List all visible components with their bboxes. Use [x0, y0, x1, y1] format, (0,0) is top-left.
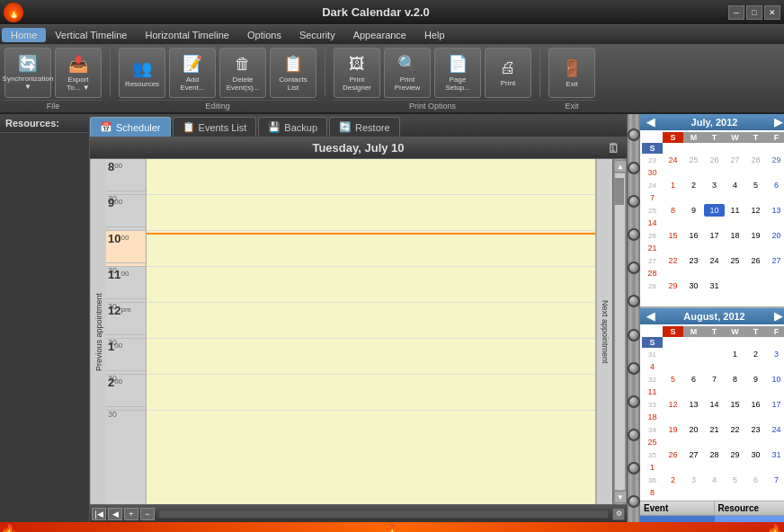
aug-next-btn[interactable]: ▶: [771, 310, 784, 323]
tab-restore[interactable]: 🔄 Restore: [329, 117, 400, 137]
day-27[interactable]: 27: [725, 154, 745, 166]
sep5[interactable]: 5: [725, 474, 745, 486]
day-24b[interactable]: 24: [704, 254, 725, 267]
aug-15[interactable]: 15: [725, 398, 745, 411]
sched-back-btn[interactable]: ◀: [108, 508, 122, 520]
day-17[interactable]: 17: [704, 229, 725, 242]
menu-item-options[interactable]: Options: [238, 28, 290, 42]
aug-4[interactable]: 4: [642, 360, 663, 373]
day-28b[interactable]: 28: [642, 267, 663, 279]
mini-cal-prev-btn[interactable]: ◀: [644, 116, 657, 129]
day-26[interactable]: 26: [704, 154, 725, 166]
print-preview-button[interactable]: 🔍 PrintPreview: [384, 48, 431, 98]
aug-17[interactable]: 17: [766, 398, 784, 411]
aug-29[interactable]: 29: [725, 448, 745, 461]
tab-scheduler[interactable]: 📅 Scheduler: [90, 117, 171, 137]
day-21[interactable]: 21: [642, 242, 663, 254]
minimize-button[interactable]: ─: [728, 5, 744, 20]
menu-item-horizontal-timeline[interactable]: Horizontal Timeline: [136, 28, 238, 42]
aug-sep1[interactable]: 1: [642, 461, 663, 474]
day-30b[interactable]: 30: [683, 279, 704, 292]
aug-30[interactable]: 30: [745, 448, 766, 461]
day-20[interactable]: 20: [766, 229, 784, 242]
day-25[interactable]: 25: [683, 154, 704, 166]
sep4[interactable]: 4: [704, 474, 725, 486]
day-31[interactable]: 31: [704, 279, 725, 292]
day-8[interactable]: 8: [663, 204, 683, 217]
menu-item-help[interactable]: Help: [415, 28, 454, 42]
aug-26[interactable]: 26: [663, 448, 683, 461]
aug-27[interactable]: 27: [683, 448, 704, 461]
scrollbar-down-btn[interactable]: ▼: [614, 491, 627, 503]
page-setup-button[interactable]: 📄 PageSetup...: [434, 48, 481, 98]
maximize-button[interactable]: □: [746, 5, 762, 20]
sep6[interactable]: 6: [745, 474, 766, 486]
day-22[interactable]: 22: [663, 254, 683, 267]
day-11[interactable]: 11: [725, 204, 745, 217]
aug-13[interactable]: 13: [683, 398, 704, 411]
aug-10[interactable]: 10: [766, 373, 784, 386]
sep2[interactable]: 2: [663, 474, 683, 486]
sep8[interactable]: 8: [642, 486, 663, 499]
sched-settings-icon[interactable]: ⚙: [612, 508, 625, 520]
day-23[interactable]: 23: [683, 254, 704, 267]
aug-5[interactable]: 5: [663, 373, 683, 386]
day-13[interactable]: 13: [766, 204, 784, 217]
aug-22[interactable]: 22: [725, 423, 745, 436]
aug-28[interactable]: 28: [704, 448, 725, 461]
schedule-grid[interactable]: [147, 159, 596, 504]
day-3[interactable]: 3: [704, 179, 725, 191]
export-button[interactable]: 📤 ExportTo... ▼: [55, 48, 102, 98]
day-1[interactable]: 1: [663, 179, 683, 191]
tab-events-list[interactable]: 📋 Events List: [173, 117, 257, 137]
day-2[interactable]: 2: [683, 179, 704, 191]
scrollbar-up-btn[interactable]: ▲: [614, 160, 627, 173]
aug-24[interactable]: 24: [766, 423, 784, 436]
vertical-scrollbar[interactable]: ▲ ▼: [612, 159, 627, 504]
day-26b[interactable]: 26: [745, 254, 766, 267]
aug-21[interactable]: 21: [704, 423, 725, 436]
day-12[interactable]: 12: [745, 204, 766, 217]
day-28[interactable]: 28: [745, 154, 766, 166]
aug-prev-btn[interactable]: ◀: [644, 310, 657, 323]
menu-item-vertical-timeline[interactable]: Vertical Timeline: [46, 28, 136, 42]
print-button[interactable]: 🖨 Print: [485, 48, 531, 98]
print-designer-button[interactable]: 🖼 PrintDesigner: [334, 48, 380, 98]
add-event-button[interactable]: 📝 AddEvent...: [169, 48, 216, 98]
mini-cal-next-btn[interactable]: ▶: [771, 116, 784, 129]
day-19[interactable]: 19: [745, 229, 766, 242]
synchronization-button[interactable]: 🔄 Synchronization▼: [4, 48, 51, 98]
aug-31[interactable]: 31: [766, 448, 784, 461]
day-16[interactable]: 16: [683, 229, 704, 242]
day-18[interactable]: 18: [725, 229, 745, 242]
day-30[interactable]: 30: [642, 166, 663, 179]
event-row-1[interactable]: [640, 516, 784, 522]
close-button[interactable]: ✕: [764, 5, 780, 20]
day-5[interactable]: 5: [745, 179, 766, 191]
day-10[interactable]: 10: [704, 204, 725, 217]
aug-18[interactable]: 18: [642, 411, 663, 423]
aug-23[interactable]: 23: [745, 423, 766, 436]
day-7[interactable]: 7: [642, 191, 663, 204]
tab-backup[interactable]: 💾 Backup: [258, 117, 327, 137]
day-29[interactable]: 29: [663, 279, 683, 292]
day-6[interactable]: 6: [766, 179, 784, 191]
scrollbar-track[interactable]: [615, 173, 625, 490]
day-25b[interactable]: 25: [725, 254, 745, 267]
exit-button[interactable]: 🚪 Exit: [548, 48, 595, 98]
day-24[interactable]: 24: [663, 154, 683, 166]
aug-9[interactable]: 9: [745, 373, 766, 386]
aug-16[interactable]: 16: [745, 398, 766, 411]
menu-item-security[interactable]: Security: [290, 28, 344, 42]
aug-2[interactable]: 2: [745, 348, 766, 360]
day-29[interactable]: 29: [766, 154, 784, 166]
aug-6[interactable]: 6: [683, 373, 704, 386]
aug-11[interactable]: 11: [642, 386, 663, 398]
scrollbar-thumb[interactable]: [615, 178, 624, 205]
delete-event-button[interactable]: 🗑 DeleteEvent(s)...: [219, 48, 266, 98]
aug-20[interactable]: 20: [683, 423, 704, 436]
day-27b[interactable]: 27: [766, 254, 784, 267]
aug-1[interactable]: 1: [725, 348, 745, 360]
menu-item-home[interactable]: Home: [2, 28, 46, 42]
day-14[interactable]: 14: [642, 217, 663, 229]
